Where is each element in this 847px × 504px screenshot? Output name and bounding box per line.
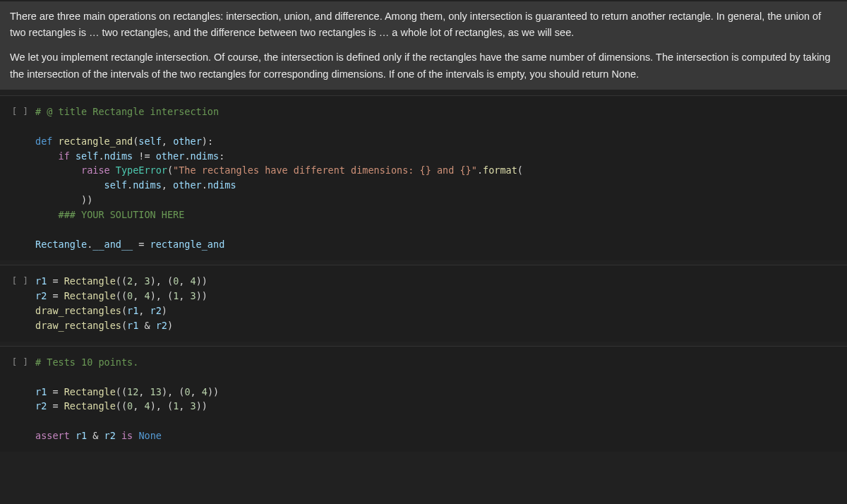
- ident: other: [156, 150, 185, 162]
- kw: def: [35, 136, 52, 147]
- code-comment: ### YOUR SOLUTION HERE: [59, 209, 185, 220]
- kw: assert: [35, 430, 70, 441]
- op: =: [47, 386, 64, 397]
- ident: r1: [76, 430, 87, 441]
- dot: .: [127, 179, 133, 191]
- ident: Rectangle: [64, 400, 116, 412]
- dot: .: [184, 150, 190, 162]
- code-comment: # @ title Rectangle intersection: [35, 106, 219, 117]
- comma: ,: [162, 179, 173, 191]
- fn-call: draw_rectangles: [35, 320, 121, 331]
- kw: raise: [81, 164, 110, 176]
- num: 13: [150, 386, 162, 397]
- markdown-cell: There are three main operations on recta…: [0, 1, 847, 90]
- op: =: [133, 239, 150, 250]
- ident: r2: [156, 320, 167, 331]
- colon: :: [208, 136, 213, 147]
- ident: r2: [35, 400, 47, 412]
- code-editor[interactable]: # @ title Rectangle intersection def rec…: [35, 100, 847, 256]
- param: other: [173, 136, 202, 147]
- ident: ndims: [208, 179, 236, 191]
- num: 2: [127, 275, 133, 287]
- ident: self: [76, 150, 99, 162]
- op: =: [47, 275, 64, 287]
- code-cell[interactable]: [ ] # @ title Rectangle intersection def…: [0, 95, 847, 260]
- comma: ,: [162, 136, 173, 147]
- num: 0: [127, 290, 133, 301]
- num: 4: [144, 290, 150, 301]
- cell-execution-indicator[interactable]: [ ]: [0, 100, 35, 124]
- op: &: [138, 320, 155, 331]
- param: self: [138, 136, 162, 147]
- code-cell[interactable]: [ ] # Tests 10 points. r1 = Rectangle((1…: [0, 346, 847, 452]
- string: "The rectangles have different dimension…: [173, 164, 477, 176]
- num: 4: [202, 386, 208, 397]
- num: 0: [184, 386, 190, 397]
- ident: r1: [127, 320, 138, 331]
- cell-execution-indicator[interactable]: [ ]: [0, 351, 35, 374]
- builtin-type: TypeError: [116, 164, 167, 176]
- num: 12: [127, 386, 138, 397]
- op: =: [47, 290, 64, 301]
- ident: r1: [127, 305, 138, 316]
- code-editor[interactable]: r1 = Rectangle((2, 3), (0, 4)) r2 = Rect…: [35, 270, 847, 337]
- code-comment: # Tests 10 points.: [35, 356, 138, 368]
- ident: other: [173, 179, 202, 191]
- dot: .: [98, 150, 104, 162]
- prose-paragraph: We let you implement rectangle intersect…: [10, 49, 837, 82]
- op: =: [47, 400, 64, 412]
- num: 4: [191, 275, 196, 287]
- dot: .: [477, 164, 483, 176]
- num: 0: [127, 400, 133, 412]
- kw: is: [121, 430, 133, 441]
- ident: Rectangle: [64, 275, 116, 287]
- ident: ndims: [191, 150, 220, 162]
- code-editor[interactable]: # Tests 10 points. r1 = Rectangle((12, 1…: [35, 351, 847, 448]
- num: 3: [191, 400, 196, 412]
- ident: r1: [35, 386, 47, 397]
- num: 3: [144, 275, 150, 287]
- ident: r2: [35, 290, 47, 301]
- num: 4: [144, 400, 150, 412]
- ident: self: [104, 179, 128, 191]
- method: format: [483, 164, 517, 176]
- fn-call: draw_rectangles: [35, 305, 121, 316]
- ident: Rectangle: [64, 290, 116, 301]
- op: &: [87, 430, 104, 441]
- ident: Rectangle: [64, 386, 116, 397]
- fn-name: rectangle_and: [59, 136, 133, 147]
- prose-paragraph: There are three main operations on recta…: [10, 8, 837, 41]
- kw: if: [59, 150, 70, 162]
- num: 3: [191, 290, 196, 301]
- ident: rectangle_and: [150, 239, 225, 250]
- ident: r1: [35, 275, 47, 287]
- cell-execution-indicator[interactable]: [ ]: [0, 270, 35, 293]
- ident: __and__: [92, 239, 133, 250]
- paren: )): [81, 194, 92, 205]
- ident: ndims: [133, 179, 162, 191]
- kw-none: None: [138, 430, 162, 441]
- dot: .: [202, 179, 208, 191]
- code-cell[interactable]: [ ] r1 = Rectangle((2, 3), (0, 4)) r2 = …: [0, 265, 847, 342]
- ident: Rectangle: [35, 239, 87, 250]
- ident: r2: [104, 430, 116, 441]
- colon: :: [219, 150, 224, 162]
- ident: r2: [150, 305, 162, 316]
- op: !=: [133, 150, 156, 162]
- ident: ndims: [104, 150, 133, 162]
